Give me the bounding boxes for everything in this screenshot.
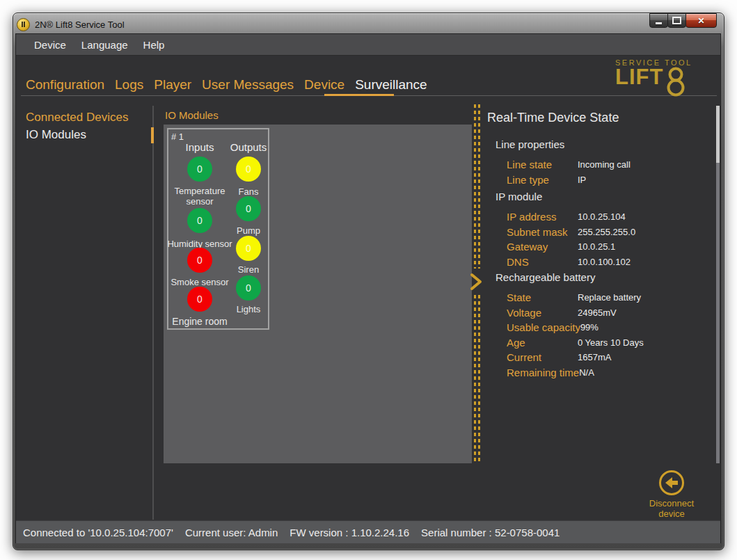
section-line-properties: Line properties Line state Incoming call… xyxy=(496,138,725,187)
active-tab-underline xyxy=(324,94,394,96)
pump-output-indicator[interactable]: 0 xyxy=(236,236,261,261)
state-row: Current 1657mA xyxy=(496,350,725,365)
status-fw-version: FW version : 1.10.2.24.16 xyxy=(290,527,409,538)
maximize-button[interactable] xyxy=(667,13,686,28)
disconnect-label-line2[interactable]: device xyxy=(640,509,703,519)
io-panel-title: IO Modules xyxy=(165,109,219,121)
humidity-sensor-indicator: 0 xyxy=(187,248,212,273)
state-row: DNS 10.0.100.102 xyxy=(496,255,725,270)
smoke-sensor-indicator: 0 xyxy=(187,287,212,312)
row-label: Subnet mask xyxy=(507,226,578,238)
section-ip-module: IP module IP address 10.0.25.104 Subnet … xyxy=(496,191,725,269)
row-value: 24965mV xyxy=(578,307,617,318)
state-row: Line state Incoming call xyxy=(496,157,725,173)
section-title: IP module xyxy=(496,191,725,202)
minimize-icon xyxy=(656,22,662,24)
app-logo-icon xyxy=(17,18,30,31)
state-row: Voltage 24965mV xyxy=(496,305,725,321)
maximize-icon xyxy=(672,17,681,24)
row-label: Current xyxy=(507,351,578,363)
row-label: DNS xyxy=(507,256,578,268)
state-row: Gateway 10.0.25.1 xyxy=(496,239,725,255)
tab-bar: Configuration Logs Player User Messages … xyxy=(26,77,427,93)
disconnect-device-button[interactable] xyxy=(658,469,686,497)
state-row: IP address 10.0.25.104 xyxy=(496,209,725,225)
temperature-sensor-indicator: 0 xyxy=(187,208,212,233)
collapse-chevron-icon[interactable] xyxy=(467,271,485,292)
row-value: 255.255.255.0 xyxy=(578,227,635,237)
row-label: IP address xyxy=(507,211,578,223)
arrow-left-icon xyxy=(665,477,678,488)
tab-configuration[interactable]: Configuration xyxy=(26,77,104,93)
row-value: 10.0.100.102 xyxy=(578,257,631,267)
section-title: Line properties xyxy=(496,138,725,150)
minimize-button[interactable] xyxy=(649,13,668,28)
state-row: Subnet mask 255.255.255.0 xyxy=(496,225,725,240)
siren-output-indicator[interactable]: 0 xyxy=(236,275,261,301)
splitter-dashed-line xyxy=(478,295,480,464)
logo-lift-text: LIFT xyxy=(615,67,663,88)
output-label-fans: Fans xyxy=(228,186,269,197)
row-label: Voltage xyxy=(507,307,578,319)
output-label-lights: Lights xyxy=(228,304,269,314)
fans-output-indicator[interactable]: 0 xyxy=(236,196,261,221)
row-label: Line type xyxy=(507,174,578,186)
tab-surveillance[interactable]: Surveillance xyxy=(355,77,427,93)
row-value: 99% xyxy=(580,322,599,333)
row-value: 10.0.25.1 xyxy=(578,241,615,252)
row-label: State xyxy=(507,291,578,303)
status-current-user: Current user: Admin xyxy=(185,527,278,538)
status-bar: Connected to '10.0.25.104:7007' Current … xyxy=(16,520,720,543)
sidebar-active-indicator xyxy=(151,127,154,143)
title-bar[interactable]: 2N® Lift8 Service Tool xyxy=(17,15,643,33)
lift8-logo: SERVICE TOOL LIFT xyxy=(615,58,706,97)
sidebar-divider xyxy=(152,106,154,520)
output-label-siren: Siren xyxy=(228,264,269,275)
status-connected-to: Connected to '10.0.25.104:7007' xyxy=(23,527,173,538)
module-location-label: Engine room xyxy=(167,316,232,327)
close-icon: ✕ xyxy=(697,17,704,25)
row-label: Age xyxy=(507,337,578,349)
inputs-indicator: 0 xyxy=(187,157,212,182)
tab-device[interactable]: Device xyxy=(304,77,344,93)
menu-help[interactable]: Help xyxy=(136,39,173,51)
state-row: State Replace battery xyxy=(496,290,725,305)
menu-language[interactable]: Language xyxy=(74,39,136,51)
outputs-column-title: Outputs xyxy=(228,141,269,153)
inputs-column-title: Inputs xyxy=(167,141,232,153)
row-value: IP xyxy=(578,175,586,185)
sensor-label-smoke: Smoke sensor xyxy=(167,277,232,287)
row-value: 0 Years 10 Days xyxy=(578,337,644,348)
output-label-pump: Pump xyxy=(228,225,269,236)
state-row: Line type IP xyxy=(496,173,725,188)
tab-user-messages[interactable]: User Messages xyxy=(202,77,294,93)
row-label: Gateway xyxy=(507,241,578,253)
row-label: Remaining time xyxy=(507,367,579,378)
module-id: # 1 xyxy=(171,131,184,142)
device-state-title: Real-Time Device State xyxy=(487,111,619,125)
row-value: Replace battery xyxy=(578,292,641,303)
splitter-dashed-line xyxy=(478,104,480,269)
row-value: 10.0.25.104 xyxy=(578,211,626,222)
state-row: Usable capacity 99% xyxy=(496,320,725,335)
row-value: N/A xyxy=(579,367,594,378)
right-panel-scrollbar-thumb[interactable] xyxy=(716,106,720,163)
row-value: 1657mA xyxy=(578,352,611,362)
state-row: Age 0 Years 10 Days xyxy=(496,335,725,351)
row-label: Line state xyxy=(507,159,578,170)
outputs-indicator[interactable]: 0 xyxy=(236,157,261,182)
menu-device[interactable]: Device xyxy=(26,39,74,51)
logo-digit-8-icon xyxy=(664,67,690,97)
splitter-dashed-line xyxy=(474,295,476,464)
sensor-label-temperature: Temperature sensor xyxy=(167,186,232,207)
sidebar-item-connected-devices[interactable]: Connected Devices xyxy=(26,111,128,125)
row-label: Usable capacity xyxy=(507,321,580,333)
disconnect-label-line1[interactable]: Disconnect xyxy=(640,498,703,509)
sidebar-item-io-modules[interactable]: IO Modules xyxy=(26,128,86,142)
close-button[interactable]: ✕ xyxy=(686,13,717,28)
section-title: Rechargeable battery xyxy=(496,271,725,283)
section-rechargeable-battery: Rechargeable battery State Replace batte… xyxy=(496,271,725,380)
menu-bar: Device Language Help xyxy=(16,34,720,56)
tab-player[interactable]: Player xyxy=(154,77,191,93)
tab-logs[interactable]: Logs xyxy=(115,77,143,93)
